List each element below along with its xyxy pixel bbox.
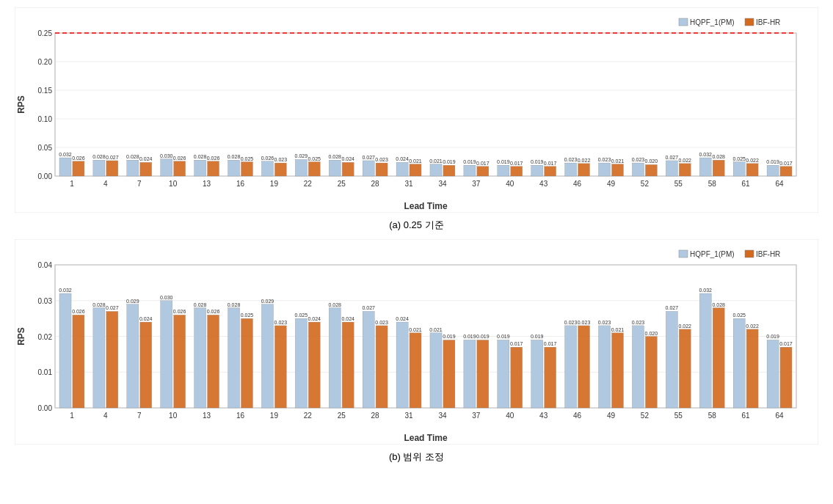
chart1-container: 0.000.050.100.150.200.250.0320.02610.028…: [15, 7, 818, 236]
svg-text:0.024: 0.024: [139, 156, 153, 161]
svg-text:0.025: 0.025: [732, 156, 746, 161]
svg-rect-120: [767, 165, 779, 176]
svg-rect-25: [127, 160, 139, 176]
svg-text:0.023: 0.023: [632, 320, 645, 325]
svg-rect-55: [329, 160, 341, 176]
svg-text:0.022: 0.022: [578, 158, 591, 163]
chart1-wrapper: 0.000.050.100.150.200.250.0320.02610.028…: [15, 7, 818, 216]
svg-text:0.05: 0.05: [38, 144, 53, 152]
svg-text:40: 40: [506, 180, 514, 188]
svg-text:0.024: 0.024: [396, 156, 409, 161]
chart2-title: (b) 범위 조정: [389, 450, 444, 464]
svg-rect-144: [73, 315, 84, 408]
svg-rect-203: [464, 340, 476, 408]
svg-text:0.03: 0.03: [38, 297, 53, 305]
svg-text:0.10: 0.10: [38, 115, 53, 123]
svg-rect-154: [140, 322, 152, 408]
svg-rect-80: [498, 165, 509, 176]
svg-text:0.021: 0.021: [429, 327, 443, 332]
svg-text:16: 16: [236, 412, 245, 420]
svg-text:0.017: 0.017: [510, 161, 523, 166]
svg-rect-127: [679, 18, 688, 26]
svg-rect-76: [477, 167, 489, 176]
svg-text:13: 13: [203, 180, 211, 188]
svg-text:0.20: 0.20: [38, 58, 53, 66]
svg-text:0.029: 0.029: [295, 153, 308, 158]
svg-text:RPS: RPS: [16, 327, 26, 346]
svg-text:0.024: 0.024: [341, 156, 354, 161]
svg-text:10: 10: [169, 180, 178, 188]
svg-text:0.024: 0.024: [139, 316, 153, 321]
svg-rect-188: [363, 311, 374, 408]
svg-text:31: 31: [404, 412, 413, 420]
svg-rect-238: [699, 293, 711, 408]
svg-rect-233: [666, 311, 677, 408]
svg-text:0.017: 0.017: [510, 341, 523, 346]
svg-text:64: 64: [775, 412, 784, 420]
svg-rect-194: [410, 333, 421, 408]
svg-text:58: 58: [708, 412, 717, 420]
svg-text:0.021: 0.021: [409, 158, 422, 164]
svg-text:0.017: 0.017: [779, 161, 793, 166]
svg-text:0.027: 0.027: [666, 155, 679, 160]
svg-rect-159: [174, 315, 186, 408]
svg-text:0.021: 0.021: [429, 158, 443, 164]
svg-rect-199: [443, 340, 455, 408]
svg-text:0.02: 0.02: [38, 333, 53, 341]
svg-rect-164: [208, 315, 219, 408]
svg-rect-110: [699, 158, 711, 176]
svg-rect-40: [228, 160, 240, 176]
svg-text:0.019: 0.019: [463, 159, 476, 164]
svg-rect-105: [666, 161, 677, 176]
svg-text:1: 1: [70, 180, 74, 188]
svg-text:46: 46: [573, 412, 582, 420]
svg-text:7: 7: [137, 412, 142, 420]
svg-rect-214: [545, 347, 556, 408]
svg-rect-223: [599, 326, 611, 408]
svg-rect-189: [376, 326, 388, 408]
svg-rect-239: [713, 308, 724, 409]
svg-text:0.019: 0.019: [531, 159, 544, 164]
svg-rect-234: [679, 329, 691, 408]
svg-rect-36: [208, 161, 219, 176]
svg-rect-257: [745, 250, 754, 258]
svg-rect-178: [295, 318, 307, 408]
svg-text:0.15: 0.15: [38, 87, 53, 95]
svg-rect-153: [127, 304, 139, 408]
svg-rect-198: [430, 333, 442, 408]
svg-text:61: 61: [742, 180, 751, 188]
svg-text:0.023: 0.023: [598, 157, 611, 162]
svg-rect-60: [363, 161, 374, 176]
svg-rect-115: [733, 162, 745, 177]
chart2-wrapper: 0.000.010.020.030.040.0320.02610.0280.02…: [15, 239, 818, 448]
svg-rect-95: [599, 163, 611, 176]
svg-rect-229: [645, 337, 657, 409]
svg-text:55: 55: [674, 412, 683, 420]
svg-text:4: 4: [103, 180, 108, 188]
svg-text:0.025: 0.025: [241, 313, 254, 318]
chart2-svg: 0.000.010.020.030.040.0320.02610.0280.02…: [15, 239, 818, 445]
svg-text:0.021: 0.021: [611, 327, 625, 332]
svg-text:0.023: 0.023: [598, 320, 611, 325]
svg-text:0.019: 0.019: [443, 159, 456, 164]
svg-text:0.023: 0.023: [578, 320, 591, 325]
svg-text:0.019: 0.019: [531, 334, 544, 339]
svg-text:13: 13: [203, 412, 211, 420]
svg-text:0.023: 0.023: [274, 320, 288, 325]
svg-text:61: 61: [742, 412, 751, 420]
svg-text:25: 25: [338, 180, 346, 188]
svg-text:0.027: 0.027: [362, 155, 375, 160]
svg-rect-179: [308, 322, 320, 408]
svg-rect-21: [106, 161, 118, 176]
svg-text:0.024: 0.024: [308, 316, 321, 321]
svg-text:43: 43: [539, 180, 548, 188]
svg-text:64: 64: [775, 180, 784, 188]
svg-text:0.028: 0.028: [228, 154, 241, 159]
svg-rect-61: [376, 163, 388, 176]
svg-text:0.022: 0.022: [679, 158, 692, 163]
svg-rect-81: [511, 167, 523, 176]
page: 0.000.050.100.150.200.250.0320.02610.028…: [0, 0, 833, 504]
svg-rect-31: [174, 161, 186, 176]
svg-text:0.022: 0.022: [746, 158, 759, 163]
svg-text:0.032: 0.032: [59, 152, 72, 157]
